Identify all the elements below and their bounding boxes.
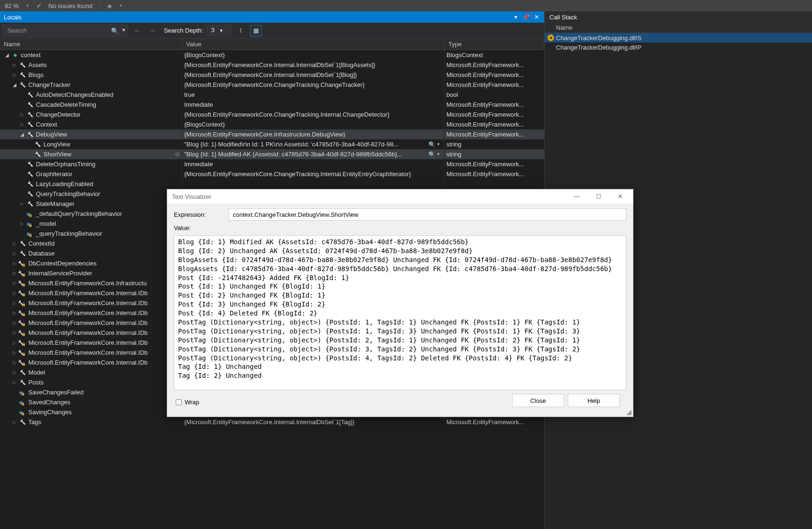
expander-icon[interactable]: ▷ xyxy=(11,340,18,346)
variable-row[interactable]: ▷LongView"Blog {Id: 1} Modified\r\n Id: … xyxy=(0,139,544,149)
variable-row[interactable]: ◢DebugView{Microsoft.EntityFrameworkCore… xyxy=(0,129,544,139)
variable-row[interactable]: ▷Tags{Microsoft.EntityFrameworkCore.Inte… xyxy=(0,417,544,427)
variable-name: Microsoft.EntityFrameworkCore.Internal.I… xyxy=(28,319,148,326)
callstack-frame[interactable]: ChangeTrackerDebugging.dll!P xyxy=(545,43,812,52)
expander-icon[interactable]: ▷ xyxy=(11,359,18,366)
expander-icon[interactable]: ▷ xyxy=(11,240,18,247)
variable-row[interactable]: ◢context{BlogsContext}BlogsContext xyxy=(0,50,544,60)
window-dropdown-icon[interactable]: ▾ xyxy=(512,13,520,21)
variable-type xyxy=(444,179,544,189)
value-textarea[interactable]: Blog {Id: 1} Modified AK {AssetsId: c478… xyxy=(174,235,626,390)
expression-input[interactable] xyxy=(229,208,626,221)
variable-type: string xyxy=(444,149,544,159)
variable-row[interactable]: ▷GraphIterator{Microsoft.EntityFramework… xyxy=(0,169,544,179)
expander-icon[interactable]: ◢ xyxy=(4,52,10,59)
expander-icon[interactable]: ▷ xyxy=(11,250,18,257)
search-icon[interactable]: 🔍 xyxy=(111,27,119,34)
zoom-level[interactable]: 82 % xyxy=(5,2,19,9)
field-icon xyxy=(26,230,34,238)
visualizer-dropdown-icon[interactable]: ▼ xyxy=(436,142,441,146)
grid-icon[interactable]: ▦ xyxy=(250,25,262,36)
variable-name: ContextId xyxy=(28,240,55,247)
separator: | xyxy=(99,2,101,9)
issues-text: No issues found xyxy=(49,2,93,9)
variable-row[interactable]: ▷Blogs{Microsoft.EntityFrameworkCore.Int… xyxy=(0,70,544,80)
filter-icon[interactable]: ⫱ xyxy=(235,25,247,36)
expander-icon[interactable]: ▷ xyxy=(11,290,18,297)
expander-icon[interactable]: ▷ xyxy=(11,310,18,316)
variable-name: Microsoft.EntityFrameworkCore.Infrastruc… xyxy=(28,280,147,287)
callstack-col-name[interactable]: Name xyxy=(545,23,812,33)
expander-icon[interactable]: ▷ xyxy=(11,72,18,78)
search-prev-icon[interactable]: ← xyxy=(132,26,143,35)
prop-icon xyxy=(26,171,34,178)
close-icon[interactable]: ✕ xyxy=(609,190,631,203)
zoom-dropdown-icon[interactable]: ▼ xyxy=(26,3,30,8)
expander-icon[interactable]: ▷ xyxy=(11,62,18,68)
variable-row[interactable]: ◢ChangeTracker{Microsoft.EntityFramework… xyxy=(0,80,544,90)
variable-row[interactable]: ▷ShortView⊖"Blog {Id: 1} Modified AK {As… xyxy=(0,149,544,159)
expander-icon[interactable]: ▷ xyxy=(11,350,18,356)
dialog-titlebar[interactable]: Text Visualizer — ☐ ✕ xyxy=(167,189,633,204)
variable-name: LongView xyxy=(43,141,70,148)
visualizer-icon[interactable]: 🔍 xyxy=(428,141,436,148)
expander-icon[interactable]: ▷ xyxy=(11,320,18,326)
expander-icon[interactable]: ▷ xyxy=(11,300,18,307)
visualizer-icon[interactable]: 🔍 xyxy=(428,151,436,158)
field-icon xyxy=(26,210,34,218)
search-next-icon[interactable]: → xyxy=(147,26,158,35)
resize-grip-icon[interactable]: ◢ xyxy=(626,410,632,416)
col-header-name[interactable]: Name xyxy=(0,39,182,50)
variable-row[interactable]: ▷Context{BlogsContext}Microsoft.EntityFr… xyxy=(0,119,544,129)
prop-icon xyxy=(26,91,34,99)
variable-value: true xyxy=(184,91,442,98)
expander-icon[interactable]: ▷ xyxy=(19,111,26,118)
close-icon[interactable]: ✕ xyxy=(533,13,540,21)
prop-icon xyxy=(19,309,26,317)
variable-value: {Microsoft.EntityFrameworkCore.ChangeTra… xyxy=(184,171,442,178)
col-header-type[interactable]: Type xyxy=(444,39,544,50)
search-dropdown-icon[interactable]: ▼ xyxy=(121,27,126,33)
depth-select[interactable]: 3 ▼ xyxy=(207,25,231,36)
prop-icon xyxy=(26,161,34,168)
wrap-checkbox[interactable] xyxy=(176,399,182,405)
minimize-icon[interactable]: — xyxy=(566,190,588,203)
expander-icon[interactable]: ▷ xyxy=(19,201,26,207)
visualizer-dropdown-icon[interactable]: ▼ xyxy=(436,152,441,156)
variable-row[interactable]: ▷Assets{Microsoft.EntityFrameworkCore.In… xyxy=(0,60,544,70)
expander-icon[interactable]: ▷ xyxy=(11,369,18,376)
search-input[interactable] xyxy=(3,25,128,37)
pin-icon[interactable]: 📌 xyxy=(522,13,530,21)
prop-icon xyxy=(19,250,26,257)
expander-icon[interactable]: ▷ xyxy=(19,121,26,128)
expander-icon[interactable]: ▷ xyxy=(11,270,18,277)
expander-icon[interactable]: ▷ xyxy=(19,221,26,227)
dialog-title: Text Visualizer xyxy=(172,193,212,200)
expander-icon[interactable]: ◢ xyxy=(19,131,26,138)
wrap-checkbox-label[interactable]: Wrap xyxy=(176,399,199,406)
expander-icon[interactable]: ▷ xyxy=(11,379,18,386)
tag-dropdown-icon[interactable]: ▼ xyxy=(119,3,123,8)
expander-icon[interactable]: ▷ xyxy=(11,330,18,336)
expander-icon[interactable]: ▷ xyxy=(11,260,18,267)
expander-icon[interactable]: ◢ xyxy=(11,82,18,88)
maximize-icon[interactable]: ☐ xyxy=(588,190,609,203)
pin-icon[interactable]: ⊖ xyxy=(175,151,180,158)
help-button[interactable]: Help xyxy=(568,394,620,407)
col-header-value[interactable]: Value xyxy=(182,39,444,50)
callstack-frame[interactable]: ➜ChangeTrackerDebugging.dll!S xyxy=(545,33,812,43)
variable-type: string xyxy=(444,139,544,149)
tag-icon[interactable]: ◈ xyxy=(107,2,112,9)
callstack-body[interactable]: ➜ChangeTrackerDebugging.dll!SChangeTrack… xyxy=(545,33,812,52)
field-icon xyxy=(19,399,26,406)
variable-row[interactable]: ▷DeleteOrphansTimingImmediateMicrosoft.E… xyxy=(0,159,544,169)
prop-icon xyxy=(19,339,26,347)
variable-row[interactable]: ▷CascadeDeleteTimingImmediateMicrosoft.E… xyxy=(0,100,544,110)
close-button[interactable]: Close xyxy=(512,394,564,407)
variable-row[interactable]: ▷LazyLoadingEnabled xyxy=(0,179,544,189)
variable-row[interactable]: ▷AutoDetectChangesEnabledtruebool xyxy=(0,90,544,100)
expander-icon[interactable]: ▷ xyxy=(11,280,18,287)
variable-row[interactable]: ▷ChangeDetector{Microsoft.EntityFramewor… xyxy=(0,110,544,119)
variable-name: Model xyxy=(28,369,45,376)
expander-icon[interactable]: ▷ xyxy=(11,419,18,426)
